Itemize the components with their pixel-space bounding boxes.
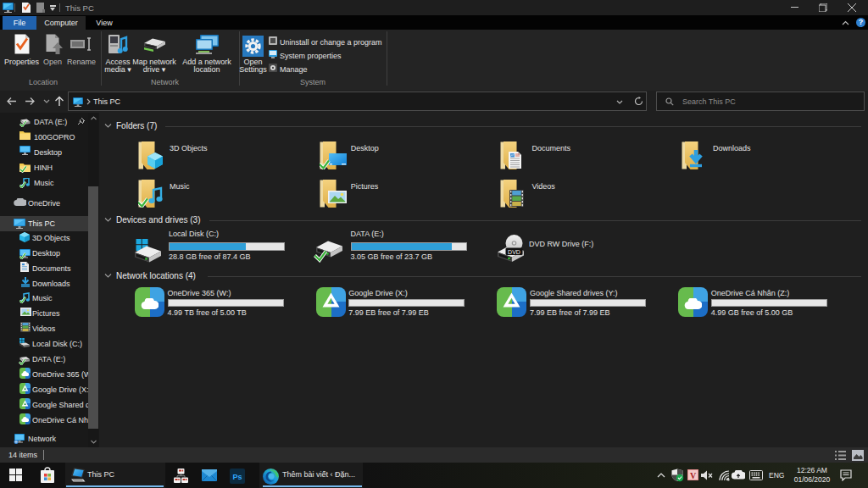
svg-text:DVD: DVD [508,249,520,255]
svg-text:V: V [690,471,697,480]
svg-text:Ps: Ps [232,473,242,481]
